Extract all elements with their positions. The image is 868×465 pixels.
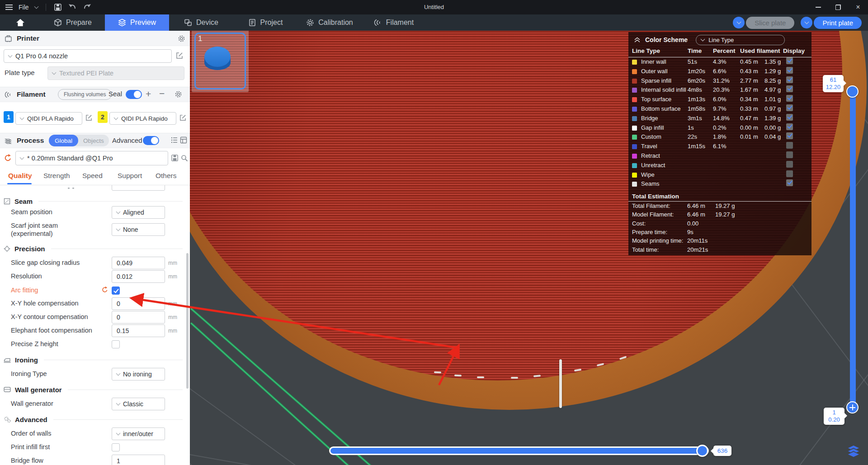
table-row: Bottom surface1m58s9.7%0.33 m0.97 g bbox=[628, 104, 811, 114]
filament-2-dropdown[interactable]: QIDI PLA Rapido bbox=[109, 112, 176, 125]
viewport-3d[interactable]: 1 Color Scheme Line Type Line Type Time … bbox=[190, 31, 868, 465]
add-color-change-button[interactable] bbox=[846, 401, 859, 413]
print-options-chevron[interactable] bbox=[801, 17, 812, 28]
filament-settings-gear-icon[interactable] bbox=[175, 90, 182, 98]
slice-plate-button[interactable]: Slice plate bbox=[746, 17, 794, 29]
hamburger-menu-icon[interactable] bbox=[5, 5, 13, 10]
filament-2-edit-icon[interactable] bbox=[179, 114, 187, 122]
tab-others[interactable]: Others bbox=[156, 172, 177, 180]
tab-device[interactable]: Device bbox=[169, 14, 233, 31]
seam-position-dropdown[interactable]: Aligned bbox=[112, 206, 165, 219]
flushing-volumes-button[interactable]: Flushing volumes bbox=[58, 89, 112, 100]
ironing-type-dropdown[interactable]: No ironing bbox=[112, 368, 165, 380]
display-checkbox[interactable] bbox=[786, 114, 793, 121]
tab-speed[interactable]: Speed bbox=[82, 172, 103, 180]
xy-contour-input[interactable]: 0 bbox=[112, 311, 165, 324]
display-checkbox[interactable] bbox=[786, 57, 793, 64]
tab-filament[interactable]: Filament bbox=[362, 14, 426, 31]
add-filament-button[interactable]: + bbox=[146, 89, 151, 99]
tab-quality[interactable]: Quality bbox=[8, 172, 32, 180]
move-slider-track[interactable] bbox=[329, 446, 709, 455]
elephant-foot-input[interactable]: 0.15 bbox=[112, 324, 165, 337]
resolution-input[interactable]: 0.012 bbox=[112, 270, 165, 283]
scarf-joint-seam-dropdown[interactable]: None bbox=[112, 223, 165, 236]
redo-icon[interactable] bbox=[83, 4, 92, 11]
display-checkbox[interactable] bbox=[786, 151, 793, 158]
tab-strength[interactable]: Strength bbox=[43, 172, 70, 180]
slice-options-chevron[interactable] bbox=[733, 17, 745, 28]
file-menu[interactable]: File bbox=[19, 4, 29, 11]
tab-project[interactable]: Project bbox=[233, 14, 297, 31]
printer-settings-gear-icon[interactable] bbox=[178, 35, 185, 42]
arc-fitting-checkbox[interactable] bbox=[112, 287, 120, 295]
seal-toggle[interactable] bbox=[126, 90, 142, 99]
printer-edit-icon[interactable] bbox=[175, 52, 184, 60]
slice-gap-input[interactable]: 0.049 bbox=[112, 257, 165, 269]
layers-stack-icon[interactable] bbox=[846, 445, 861, 458]
arc-fitting-reset-icon[interactable] bbox=[101, 286, 108, 293]
scope-objects[interactable]: Objects bbox=[78, 137, 109, 144]
display-checkbox[interactable] bbox=[786, 132, 793, 139]
process-preset-dropdown[interactable]: * 0.20mm Standard @Q1 Pro bbox=[15, 151, 168, 165]
tab-support[interactable]: Support bbox=[118, 172, 142, 180]
settings-scrollbar[interactable] bbox=[186, 253, 189, 389]
wall-generator-section-header[interactable]: Wall generator bbox=[0, 384, 185, 395]
minimize-button[interactable] bbox=[808, 0, 828, 14]
display-checkbox[interactable] bbox=[786, 161, 793, 168]
line-type-swatch bbox=[632, 97, 637, 102]
precision-section-header[interactable]: Precision bbox=[0, 243, 185, 254]
scope-global[interactable]: Global bbox=[49, 135, 78, 146]
collapse-panel-icon[interactable] bbox=[634, 37, 641, 43]
display-checkbox[interactable] bbox=[786, 67, 793, 74]
advanced-toggle[interactable] bbox=[143, 136, 159, 145]
ironing-section-header[interactable]: Ironing bbox=[0, 354, 185, 366]
layer-slider-handle[interactable] bbox=[846, 85, 859, 98]
parameter-table-icon[interactable] bbox=[180, 136, 187, 144]
maximize-button[interactable] bbox=[828, 0, 848, 14]
filament-1-dropdown[interactable]: QIDI PLA Rapido bbox=[15, 112, 82, 125]
layer-slider-track[interactable] bbox=[850, 90, 856, 407]
wall-generator-dropdown[interactable]: Classic bbox=[112, 398, 165, 410]
display-checkbox[interactable] bbox=[786, 179, 793, 186]
tab-prepare[interactable]: Prepare bbox=[41, 14, 105, 31]
display-checkbox[interactable] bbox=[786, 123, 793, 130]
filament-2-badge[interactable]: 2 bbox=[98, 111, 108, 123]
move-slider-handle[interactable] bbox=[696, 445, 708, 457]
order-of-walls-dropdown[interactable]: inner/outer bbox=[112, 427, 165, 440]
precise-z-checkbox[interactable] bbox=[112, 340, 120, 348]
xy-hole-input[interactable]: 0 bbox=[112, 297, 165, 310]
plate-thumbnail[interactable]: 1 bbox=[192, 31, 249, 92]
printer-preset-dropdown[interactable]: Q1 Pro 0.4 nozzle bbox=[4, 49, 172, 63]
settings-scroll-area[interactable]: Seam Seam position Aligned Scarf joint s… bbox=[0, 185, 190, 465]
display-checkbox[interactable] bbox=[786, 95, 793, 102]
undo-icon[interactable] bbox=[68, 4, 77, 11]
process-scope-toggle[interactable]: Global Objects bbox=[49, 135, 109, 146]
clipped-setting-control[interactable] bbox=[112, 185, 165, 191]
objects-list-icon[interactable] bbox=[171, 136, 178, 144]
print-plate-button[interactable]: Print plate bbox=[814, 17, 862, 29]
project-document-icon bbox=[248, 19, 256, 27]
print-infill-first-checkbox[interactable] bbox=[112, 443, 120, 451]
bridge-flow-input[interactable]: 1 bbox=[112, 455, 165, 465]
display-checkbox[interactable] bbox=[786, 76, 793, 83]
close-button[interactable]: × bbox=[848, 0, 868, 14]
display-checkbox[interactable] bbox=[786, 85, 793, 92]
filament-1-edit-icon[interactable] bbox=[85, 114, 93, 122]
plate-type-dropdown[interactable]: Textured PEI Plate bbox=[47, 66, 184, 80]
save-icon[interactable] bbox=[54, 3, 62, 11]
seam-section-header[interactable]: Seam bbox=[0, 195, 185, 207]
search-icon[interactable] bbox=[181, 155, 188, 162]
display-checkbox[interactable] bbox=[786, 104, 793, 111]
reset-process-icon[interactable] bbox=[4, 154, 12, 162]
remove-filament-button[interactable]: − bbox=[159, 89, 165, 98]
filament-1-badge[interactable]: 1 bbox=[4, 111, 14, 123]
save-preset-icon[interactable] bbox=[171, 154, 179, 162]
advanced-section-header[interactable]: Advanced bbox=[0, 413, 185, 425]
tab-calibration[interactable]: Calibration bbox=[297, 14, 362, 31]
color-scheme-view-dropdown[interactable]: Line Type bbox=[696, 35, 785, 45]
file-menu-chevron-icon[interactable] bbox=[34, 4, 38, 9]
tab-preview[interactable]: Preview bbox=[105, 14, 169, 31]
display-checkbox[interactable] bbox=[786, 170, 793, 177]
tab-home[interactable] bbox=[0, 14, 41, 31]
display-checkbox[interactable] bbox=[786, 142, 793, 149]
